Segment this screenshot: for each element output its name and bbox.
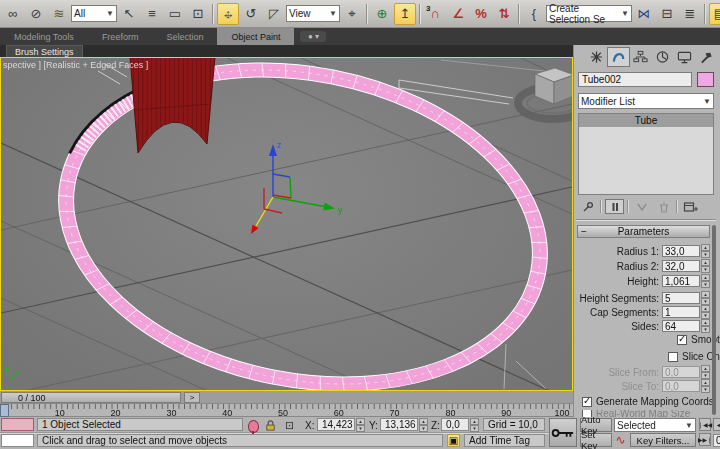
perspective-viewport[interactable]: spective ] [Realistic + Edged Faces ]: [0, 57, 573, 391]
radius2-field[interactable]: 32,0: [662, 260, 700, 272]
remove-modifier-icon[interactable]: [654, 199, 673, 214]
select-and-link-icon[interactable]: ∞: [2, 3, 24, 25]
display-tab-icon[interactable]: [673, 47, 696, 67]
height-spinner[interactable]: ▲▼: [701, 274, 710, 288]
time-slider-button[interactable]: 0 / 100: [1, 392, 181, 403]
go-to-start-button[interactable]: ❘◀◀: [699, 418, 711, 431]
slice-on-checkbox[interactable]: [668, 352, 678, 362]
create-tab-icon[interactable]: [585, 47, 608, 67]
key-filters-button[interactable]: Key Filters...: [630, 433, 696, 447]
make-unique-icon[interactable]: [632, 199, 651, 214]
stack-item-tube[interactable]: Tube: [579, 114, 713, 127]
utilities-tab-icon[interactable]: [695, 47, 718, 67]
move-gizmo[interactable]: z y: [251, 140, 343, 234]
modifier-stack[interactable]: Tube: [578, 113, 714, 195]
smooth-checkbox[interactable]: [677, 335, 687, 345]
tab-object-paint[interactable]: Object Paint: [217, 28, 294, 45]
add-time-tag-field[interactable]: Add Time Tag: [464, 434, 545, 447]
sides-field[interactable]: 64: [662, 320, 700, 332]
time-slider-advance-button[interactable]: >: [184, 392, 200, 403]
parameters-rollout-header[interactable]: − Parameters: [577, 225, 710, 238]
x-coordinate-field[interactable]: 14,423: [317, 418, 355, 431]
radius2-spinner[interactable]: ▲▼: [701, 259, 710, 273]
mirror-icon[interactable]: ⋈: [633, 3, 655, 25]
tube-object[interactable]: [30, 58, 572, 390]
unlink-selection-icon[interactable]: ⊘: [25, 3, 47, 25]
selection-lock-icon[interactable]: [264, 419, 277, 432]
manage-layers-icon[interactable]: ≣: [679, 3, 701, 25]
bind-to-space-warp-icon[interactable]: ≋: [48, 3, 70, 25]
align-icon[interactable]: ⊟: [656, 3, 678, 25]
percent-snap-icon[interactable]: %: [470, 3, 492, 25]
selection-filter-dropdown[interactable]: All▼: [71, 5, 117, 22]
tab-selection[interactable]: Selection: [152, 28, 217, 45]
isolate-selection-icon[interactable]: [248, 420, 259, 433]
object-name-field[interactable]: Tube002: [578, 72, 692, 87]
gizmo-plane-handle[interactable]: [264, 188, 291, 213]
tab-freeform[interactable]: Freeform: [88, 28, 153, 45]
gizmo-y-axis[interactable]: [273, 197, 327, 207]
edit-named-selection-sets-icon[interactable]: {: [523, 3, 545, 25]
select-object-icon[interactable]: ↖: [118, 3, 140, 25]
track-bar-handle[interactable]: [0, 404, 9, 417]
spinner-snap-icon[interactable]: ⇅: [493, 3, 515, 25]
use-pivot-point-icon[interactable]: ⌖: [341, 3, 363, 25]
mini-listener-script[interactable]: [1, 434, 34, 447]
key-curve-icon[interactable]: ∿: [614, 433, 627, 446]
motion-tab-icon[interactable]: [651, 47, 674, 67]
z-coordinate-field[interactable]: 0,0: [441, 418, 469, 431]
window-crossing-icon[interactable]: ⊡: [187, 3, 209, 25]
viewcube[interactable]: [518, 68, 572, 119]
height-field[interactable]: 1,061: [662, 275, 700, 287]
sides-spinner[interactable]: ▲▼: [701, 319, 710, 333]
tab-modeling-tools[interactable]: Modeling Tools: [0, 28, 88, 45]
select-and-scale-icon[interactable]: ◸: [263, 3, 285, 25]
current-frame-field[interactable]: 0: [713, 434, 720, 447]
cylinder-object[interactable]: [130, 58, 215, 153]
y-spinner[interactable]: ▲▼: [419, 418, 428, 431]
hierarchy-tab-icon[interactable]: [629, 47, 652, 67]
viewport-label[interactable]: spective ] [Realistic + Edged Faces ]: [3, 60, 148, 70]
snap-toggle-3d-icon[interactable]: 3∩: [424, 3, 446, 25]
radius1-spinner[interactable]: ▲▼: [701, 244, 710, 258]
select-and-rotate-icon[interactable]: ↺: [240, 3, 262, 25]
go-to-end-button[interactable]: ▶▶❘: [699, 433, 711, 446]
select-and-manipulate-icon[interactable]: ⊕: [371, 3, 393, 25]
reference-coordinate-dropdown[interactable]: View▼: [286, 5, 340, 22]
z-spinner[interactable]: ▲▼: [470, 418, 479, 431]
select-by-name-icon[interactable]: ≡: [141, 3, 163, 25]
tab-brush-settings[interactable]: Brush Settings: [6, 45, 83, 57]
configure-modifier-sets-icon[interactable]: [681, 199, 700, 214]
previous-frame-button[interactable]: ◀: [713, 418, 720, 431]
height-segments-field[interactable]: 5: [662, 292, 700, 304]
select-and-move-button[interactable]: ↔↕: [217, 3, 239, 25]
keyboard-shortcut-override-button[interactable]: ↥: [394, 3, 416, 25]
key-mode-dropdown[interactable]: Selected▼: [614, 418, 696, 432]
gizmo-plane-handle[interactable]: [290, 177, 291, 198]
generate-mapping-checkbox[interactable]: [582, 397, 592, 407]
object-color-swatch[interactable]: [697, 72, 714, 87]
ribbon-config-icon[interactable]: ● ▾: [300, 31, 326, 42]
named-selection-set-dropdown[interactable]: Create Selection Se▼: [546, 5, 632, 22]
height-segments-spinner[interactable]: ▲▼: [701, 291, 710, 305]
cap-segments-spinner[interactable]: ▲▼: [701, 305, 710, 319]
cap-segments-field[interactable]: 1: [662, 306, 700, 318]
panel-scrollbar[interactable]: [712, 225, 716, 415]
time-slider-track[interactable]: 0 / 100 >: [0, 391, 573, 404]
modifier-list-dropdown[interactable]: Modifier List ▼: [578, 93, 714, 109]
y-coordinate-field[interactable]: 13,136: [380, 418, 418, 431]
modify-tab-icon[interactable]: [607, 47, 630, 67]
angle-snap-icon[interactable]: ∠: [447, 3, 469, 25]
open-listener-window-icon[interactable]: ▣: [447, 434, 460, 447]
mini-listener-macro[interactable]: [1, 418, 34, 431]
show-end-result-icon[interactable]: [605, 199, 624, 214]
pin-stack-icon[interactable]: [578, 199, 597, 214]
track-bar[interactable]: 0102030405060708090100: [0, 404, 573, 417]
radius1-field[interactable]: 33,0: [662, 245, 700, 257]
absolute-offset-mode-icon[interactable]: ⊡: [283, 419, 296, 432]
gizmo-plane-handle[interactable]: [273, 174, 290, 177]
x-spinner[interactable]: ▲▼: [356, 418, 365, 431]
rectangular-selection-region-icon[interactable]: ▭: [164, 3, 186, 25]
graphite-ribbon-toggle-icon[interactable]: ▤: [709, 3, 720, 25]
set-key-button[interactable]: Set Key: [580, 433, 612, 447]
